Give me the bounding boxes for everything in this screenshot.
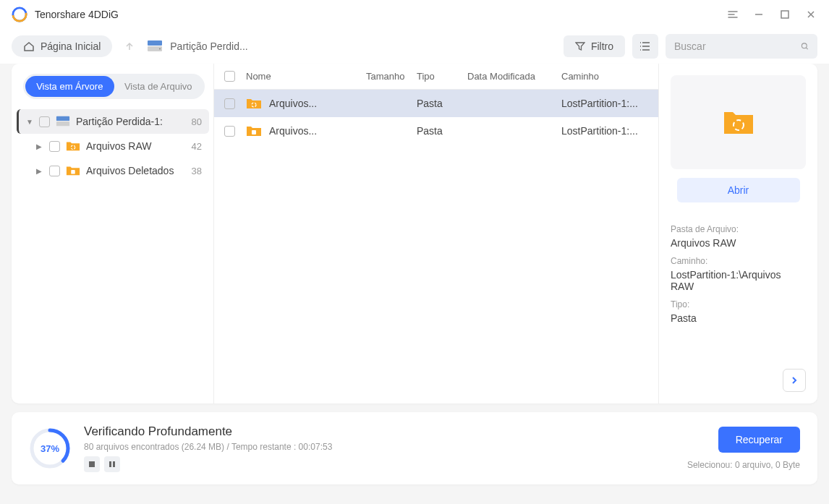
tree-label: Arquivos RAW bbox=[86, 140, 186, 152]
row-name: Arquivos... bbox=[269, 125, 366, 137]
detail-type-value: Pasta bbox=[671, 312, 806, 324]
list-view-icon bbox=[639, 40, 651, 52]
file-list: Nome Tamanho Tipo Data Modificada Caminh… bbox=[214, 64, 658, 403]
minimize-button[interactable] bbox=[752, 8, 765, 21]
svg-point-6 bbox=[802, 43, 807, 48]
main-content: Vista em Árvore Vista de Arquivo ▼ Parti… bbox=[12, 64, 817, 403]
tree-item-deleted[interactable]: ▶ Arquivos Deletados 38 bbox=[19, 158, 209, 183]
svg-rect-8 bbox=[56, 116, 69, 121]
detail-type-label: Tipo: bbox=[671, 299, 806, 309]
detail-folder-value: Arquivos RAW bbox=[671, 237, 806, 249]
tree-label: Arquivos Deletados bbox=[86, 165, 186, 176]
svg-point-5 bbox=[159, 48, 161, 50]
chevron-right-icon[interactable]: ▶ bbox=[36, 142, 43, 150]
detail-path-value: LostPartition-1:\Arquivos RAW bbox=[671, 269, 806, 292]
app-logo-icon bbox=[12, 7, 27, 22]
tree-item-raw[interactable]: ▶ Arquivos RAW 42 bbox=[19, 134, 209, 158]
stop-icon bbox=[89, 461, 95, 467]
search-box[interactable] bbox=[666, 34, 817, 59]
col-date[interactable]: Data Modificada bbox=[467, 71, 561, 82]
menu-icon[interactable] bbox=[726, 8, 739, 21]
stop-button[interactable] bbox=[84, 456, 100, 472]
folder-icon bbox=[66, 140, 80, 153]
folder-trash-icon bbox=[66, 164, 80, 177]
view-tabs: Vista em Árvore Vista de Arquivo bbox=[23, 74, 205, 99]
tree-count: 80 bbox=[192, 116, 202, 127]
view-toggle-button[interactable] bbox=[632, 34, 658, 59]
status-sub: 80 arquivos encontrados (26.24 MB) / Tem… bbox=[84, 442, 687, 452]
tree-checkbox[interactable] bbox=[49, 166, 60, 176]
sidebar: Vista em Árvore Vista de Arquivo ▼ Parti… bbox=[12, 64, 214, 403]
tree-checkbox[interactable] bbox=[49, 141, 60, 152]
status-bar: 37% Verificando Profundamente 80 arquivo… bbox=[12, 412, 817, 484]
details-panel: Abrir Pasta de Arquivo: Arquivos RAW Cam… bbox=[658, 64, 817, 403]
row-name: Arquivos... bbox=[269, 98, 366, 109]
filter-icon bbox=[575, 41, 585, 51]
tree-count: 42 bbox=[192, 141, 202, 152]
col-type[interactable]: Tipo bbox=[417, 71, 467, 82]
titlebar: Tenorshare 4DDiG bbox=[0, 0, 829, 29]
open-button[interactable]: Abrir bbox=[677, 178, 800, 202]
home-label: Página Inicial bbox=[41, 40, 101, 52]
svg-rect-4 bbox=[148, 40, 162, 46]
search-icon bbox=[801, 40, 809, 52]
row-path: LostPartition-1:... bbox=[561, 125, 648, 137]
pause-icon bbox=[109, 461, 115, 467]
svg-rect-16 bbox=[89, 461, 95, 467]
detail-folder-label: Pasta de Arquivo: bbox=[671, 224, 806, 234]
pause-button[interactable] bbox=[104, 456, 120, 472]
home-icon bbox=[23, 40, 35, 52]
col-size[interactable]: Tamanho bbox=[366, 71, 417, 82]
row-path: LostPartition-1:... bbox=[561, 98, 648, 109]
row-type: Pasta bbox=[417, 98, 467, 109]
tree-item-partition[interactable]: ▼ Partição Perdida-1: 80 bbox=[17, 109, 209, 134]
up-button[interactable] bbox=[121, 38, 138, 55]
close-button[interactable] bbox=[804, 8, 817, 21]
tab-file-view[interactable]: Vista de Arquivo bbox=[114, 76, 203, 97]
drive-icon bbox=[56, 115, 70, 128]
select-all-checkbox[interactable] bbox=[224, 71, 235, 82]
search-input[interactable] bbox=[674, 40, 801, 52]
preview-box bbox=[671, 75, 806, 169]
chevron-right-icon[interactable]: ▶ bbox=[36, 167, 43, 175]
app-title: Tenorshare 4DDiG bbox=[35, 9, 726, 20]
progress-percent: 37% bbox=[41, 443, 59, 454]
detail-path-label: Caminho: bbox=[671, 256, 806, 266]
recover-button[interactable]: Recuperar bbox=[718, 427, 800, 453]
tree-label: Partição Perdida-1: bbox=[76, 116, 186, 127]
folder-preview-icon bbox=[723, 108, 754, 137]
row-checkbox[interactable] bbox=[224, 98, 235, 109]
tree-count: 38 bbox=[192, 166, 202, 176]
filter-label: Filtro bbox=[591, 40, 613, 52]
svg-rect-12 bbox=[252, 130, 256, 134]
status-title: Verificando Profundamente bbox=[84, 424, 687, 439]
home-button[interactable]: Página Inicial bbox=[12, 35, 112, 57]
svg-rect-17 bbox=[109, 461, 111, 467]
list-item[interactable]: Arquivos... Pasta LostPartition-1:... bbox=[214, 90, 658, 117]
svg-rect-2 bbox=[781, 11, 788, 18]
svg-rect-10 bbox=[71, 170, 75, 174]
folder-trash-icon bbox=[246, 124, 262, 138]
filter-button[interactable]: Filtro bbox=[564, 35, 625, 57]
progress-circle: 37% bbox=[29, 427, 71, 469]
chevron-right-icon bbox=[790, 376, 799, 385]
tree-checkbox[interactable] bbox=[39, 116, 50, 127]
tab-tree-view[interactable]: Vista em Árvore bbox=[25, 76, 114, 97]
drive-icon bbox=[147, 40, 163, 53]
row-type: Pasta bbox=[417, 125, 467, 137]
maximize-button[interactable] bbox=[778, 8, 791, 21]
breadcrumb-text: Partição Perdid... bbox=[170, 40, 247, 52]
row-checkbox[interactable] bbox=[224, 126, 235, 137]
selection-info: Selecionou: 0 arquivo, 0 Byte bbox=[687, 460, 800, 470]
folder-icon bbox=[246, 96, 262, 111]
list-item[interactable]: Arquivos... Pasta LostPartition-1:... bbox=[214, 117, 658, 145]
col-path[interactable]: Caminho bbox=[561, 71, 648, 82]
breadcrumb: Partição Perdid... bbox=[147, 40, 555, 53]
svg-rect-18 bbox=[113, 461, 115, 467]
toolbar: Página Inicial Partição Perdid... Filtro bbox=[0, 29, 829, 64]
svg-rect-7 bbox=[56, 121, 69, 126]
chevron-down-icon[interactable]: ▼ bbox=[26, 118, 33, 126]
next-button[interactable] bbox=[783, 369, 806, 392]
list-header: Nome Tamanho Tipo Data Modificada Caminh… bbox=[214, 64, 658, 90]
col-name[interactable]: Nome bbox=[246, 71, 366, 82]
